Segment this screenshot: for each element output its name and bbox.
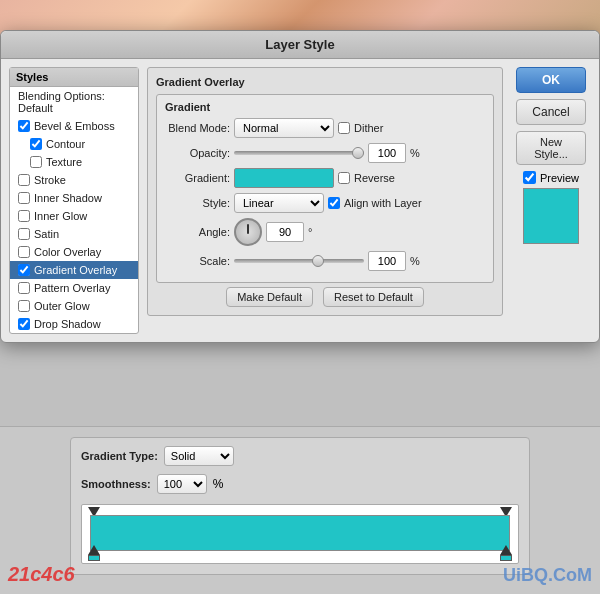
- gradient-section-title: Gradient: [165, 101, 485, 113]
- cancel-button[interactable]: Cancel: [516, 99, 586, 125]
- align-layer-checkbox[interactable]: [328, 197, 340, 209]
- align-layer-container: Align with Layer: [328, 197, 422, 209]
- blend-mode-row: Blend Mode: Normal Dissolve Multiply Dit…: [165, 118, 485, 138]
- gradient-swatch[interactable]: [234, 168, 334, 188]
- panel-title: Gradient Overlay: [156, 76, 494, 88]
- preview-label-row: Preview: [523, 171, 579, 184]
- angle-input[interactable]: [266, 222, 304, 242]
- bottom-right-color-swatch: [500, 555, 512, 561]
- scale-row: Scale: %: [165, 251, 485, 271]
- stroke-checkbox[interactable]: [18, 174, 30, 186]
- reverse-label: Reverse: [354, 172, 395, 184]
- gradient-label: Gradient:: [165, 172, 230, 184]
- watermark-right: UiBQ.CoM: [503, 565, 592, 586]
- pattern-overlay-checkbox[interactable]: [18, 282, 30, 294]
- gradient-type-select[interactable]: Solid Noise: [164, 446, 234, 466]
- inner-shadow-checkbox[interactable]: [18, 192, 30, 204]
- opacity-label: Opacity:: [165, 147, 230, 159]
- scale-label: Scale:: [165, 255, 230, 267]
- outer-glow-label: Outer Glow: [34, 300, 90, 312]
- gradient-type-label: Gradient Type:: [81, 450, 158, 462]
- gradient-editor-inner: Gradient Type: Solid Noise Smoothness: 1…: [70, 437, 530, 575]
- blend-mode-label: Blend Mode:: [165, 122, 230, 134]
- right-panel: OK Cancel New Style... Preview: [511, 67, 591, 334]
- make-default-button[interactable]: Make Default: [226, 287, 313, 307]
- dither-container: Dither: [338, 122, 383, 134]
- sidebar-item-satin[interactable]: Satin: [10, 225, 138, 243]
- bottom-left-arrow-up: [88, 545, 100, 555]
- smoothness-percent: %: [213, 477, 224, 491]
- sidebar-item-inner-glow[interactable]: Inner Glow: [10, 207, 138, 225]
- color-overlay-label: Color Overlay: [34, 246, 101, 258]
- new-style-button[interactable]: New Style...: [516, 131, 586, 165]
- gradient-row: Gradient: Reverse: [165, 168, 485, 188]
- satin-checkbox[interactable]: [18, 228, 30, 240]
- bottom-right-arrow-up: [500, 545, 512, 555]
- main-content-area: Gradient Overlay Gradient Blend Mode: No…: [147, 67, 503, 334]
- gradient-bar-container: [81, 504, 519, 564]
- sidebar-item-bevel-emboss[interactable]: Bevel & Emboss: [10, 117, 138, 135]
- angle-container: °: [234, 218, 312, 246]
- sidebar-item-outer-glow[interactable]: Outer Glow: [10, 297, 138, 315]
- gradient-overlay-checkbox[interactable]: [18, 264, 30, 276]
- reset-to-default-button[interactable]: Reset to Default: [323, 287, 424, 307]
- sidebar-item-color-overlay[interactable]: Color Overlay: [10, 243, 138, 261]
- dither-checkbox[interactable]: [338, 122, 350, 134]
- outer-glow-checkbox[interactable]: [18, 300, 30, 312]
- opacity-row: Opacity: %: [165, 143, 485, 163]
- bevel-emboss-checkbox[interactable]: [18, 120, 30, 132]
- gradient-color-bar[interactable]: [90, 515, 510, 551]
- style-row: Style: Linear Radial Angle Reflected Dia…: [165, 193, 485, 213]
- smoothness-select[interactable]: 100 75 50: [157, 474, 207, 494]
- sidebar-item-gradient-overlay[interactable]: Gradient Overlay: [10, 261, 138, 279]
- texture-checkbox[interactable]: [30, 156, 42, 168]
- preview-label-text: Preview: [540, 172, 579, 184]
- color-overlay-checkbox[interactable]: [18, 246, 30, 258]
- style-label: Style:: [165, 197, 230, 209]
- gradient-overlay-label: Gradient Overlay: [34, 264, 117, 276]
- sidebar-item-texture[interactable]: Texture: [10, 153, 138, 171]
- inner-glow-label: Inner Glow: [34, 210, 87, 222]
- sidebar-item-contour[interactable]: Contour: [10, 135, 138, 153]
- scale-input[interactable]: [368, 251, 406, 271]
- bottom-left-color-swatch: [88, 555, 100, 561]
- angle-degree: °: [308, 226, 312, 238]
- align-layer-label: Align with Layer: [344, 197, 422, 209]
- style-select[interactable]: Linear Radial Angle Reflected Diamond: [234, 193, 324, 213]
- sidebar-item-drop-shadow[interactable]: Drop Shadow: [10, 315, 138, 333]
- gradient-overlay-panel: Gradient Overlay Gradient Blend Mode: No…: [147, 67, 503, 316]
- bottom-stop-right[interactable]: [500, 545, 512, 561]
- action-buttons-row: Make Default Reset to Default: [156, 287, 494, 307]
- sidebar-item-stroke[interactable]: Stroke: [10, 171, 138, 189]
- dither-label: Dither: [354, 122, 383, 134]
- inner-shadow-label: Inner Shadow: [34, 192, 102, 204]
- drop-shadow-checkbox[interactable]: [18, 318, 30, 330]
- sidebar-item-pattern-overlay[interactable]: Pattern Overlay: [10, 279, 138, 297]
- gradient-type-row: Gradient Type: Solid Noise: [81, 446, 519, 466]
- sidebar-item-blending-options[interactable]: Blending Options: Default: [10, 87, 138, 117]
- bottom-stop-left[interactable]: [88, 545, 100, 561]
- angle-dial[interactable]: [234, 218, 262, 246]
- scale-slider[interactable]: [234, 259, 364, 263]
- satin-label: Satin: [34, 228, 59, 240]
- preview-checkbox[interactable]: [523, 171, 536, 184]
- opacity-percent: %: [410, 147, 420, 159]
- stroke-label: Stroke: [34, 174, 66, 186]
- blend-mode-select[interactable]: Normal Dissolve Multiply: [234, 118, 334, 138]
- drop-shadow-label: Drop Shadow: [34, 318, 101, 330]
- sidebar-header: Styles: [10, 68, 138, 87]
- texture-label: Texture: [46, 156, 82, 168]
- layer-style-dialog: Layer Style Styles Blending Options: Def…: [0, 30, 600, 343]
- contour-label: Contour: [46, 138, 85, 150]
- smoothness-label: Smoothness:: [81, 478, 151, 490]
- sidebar-item-inner-shadow[interactable]: Inner Shadow: [10, 189, 138, 207]
- angle-label: Angle:: [165, 226, 230, 238]
- reverse-checkbox[interactable]: [338, 172, 350, 184]
- watermark-left: 21c4c6: [8, 563, 75, 586]
- styles-sidebar: Styles Blending Options: Default Bevel &…: [9, 67, 139, 334]
- opacity-input[interactable]: [368, 143, 406, 163]
- opacity-slider[interactable]: [234, 151, 364, 155]
- contour-checkbox[interactable]: [30, 138, 42, 150]
- inner-glow-checkbox[interactable]: [18, 210, 30, 222]
- ok-button[interactable]: OK: [516, 67, 586, 93]
